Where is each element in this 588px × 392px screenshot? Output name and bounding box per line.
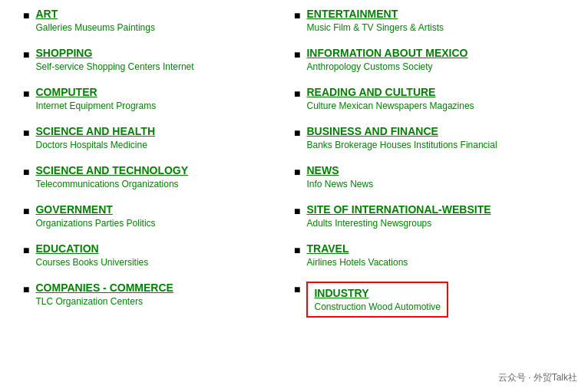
link-reading-culture-0[interactable]: Culture Mexican [306, 100, 373, 111]
link-education-2[interactable]: Universities [101, 257, 148, 268]
category-content-computer: COMPUTERInternet Equipment Programs [35, 86, 156, 111]
category-title-government[interactable]: GOVERNMENT [35, 203, 155, 216]
category-title-travel[interactable]: TRAVEL [306, 242, 408, 255]
bullet-icon: ■ [23, 166, 29, 178]
link-science-technology-0[interactable]: Telecommunications [35, 179, 119, 189]
category-title-art[interactable]: ART [35, 8, 154, 20]
bullet-icon: ■ [294, 283, 300, 295]
link-news-2[interactable]: News [350, 179, 373, 189]
link-international-website-2[interactable]: Newsgroups [381, 218, 432, 229]
category-title-science-health[interactable]: SCIENCE AND HEALTH [35, 125, 155, 137]
link-travel-1[interactable]: Hotels [339, 257, 365, 268]
bullet-icon: ■ [294, 205, 300, 217]
category-links-entertainment: Music Film & TV Singers & Artists [306, 22, 444, 33]
category-links-international-website: Adults Interesting Newsgroups [306, 218, 491, 229]
bullet-icon: ■ [23, 244, 29, 256]
link-art-1[interactable]: Museums [74, 22, 114, 33]
link-computer-0[interactable]: Internet Equipment [35, 100, 113, 111]
link-information-mexico-0[interactable]: Anthropology [306, 61, 361, 72]
link-shopping-1[interactable]: Shopping Centers [87, 61, 160, 72]
category-content-travel: TRAVELAirlines Hotels Vacations [306, 242, 408, 268]
link-information-mexico-1[interactable]: Customs Society [364, 61, 433, 72]
category-item-education: ■EDUCATIONCourses Books Universities [23, 242, 294, 268]
category-item-government: ■GOVERNMENTOrganizations Parties Politic… [23, 203, 294, 229]
bullet-icon: ■ [294, 48, 300, 61]
link-industry-2[interactable]: Automotive [395, 301, 441, 312]
category-content-business-finance: BUSINESS AND FINANCEBanks Brokerage Hous… [306, 125, 497, 150]
link-business-finance-0[interactable]: Banks [306, 140, 332, 150]
category-links-travel: Airlines Hotels Vacations [306, 257, 408, 268]
category-title-business-finance[interactable]: BUSINESS AND FINANCE [306, 125, 497, 137]
main-container: ■ARTGalleries Museums Paintings■SHOPPING… [0, 0, 588, 339]
link-news-1[interactable]: News [325, 179, 348, 189]
link-education-1[interactable]: Books [73, 257, 98, 268]
link-international-website-1[interactable]: Interesting [335, 218, 378, 229]
link-government-2[interactable]: Politics [127, 218, 156, 229]
category-title-industry[interactable]: INDUSTRY [314, 287, 441, 299]
category-content-science-technology: SCIENCE AND TECHNOLOGYTelecommunications… [35, 164, 188, 189]
link-travel-2[interactable]: Vacations [368, 257, 408, 268]
left-column: ■ARTGalleries Museums Paintings■SHOPPING… [23, 8, 294, 331]
category-content-international-website: SITE OF INTERNATIONAL-WEBSITEAdults Inte… [306, 203, 491, 229]
link-government-0[interactable]: Organizations [35, 218, 92, 229]
category-title-news[interactable]: NEWS [306, 164, 373, 176]
category-title-entertainment[interactable]: ENTERTAINMENT [306, 8, 444, 20]
category-title-science-technology[interactable]: SCIENCE AND TECHNOLOGY [35, 164, 188, 176]
category-title-companies[interactable]: COMPANIES - COMMERCE [35, 282, 173, 294]
category-links-science-technology: Telecommunications Organizations [35, 179, 188, 189]
link-computer-1[interactable]: Programs [116, 100, 156, 111]
link-art-0[interactable]: Galleries [35, 22, 71, 33]
link-shopping-0[interactable]: Self-service [35, 61, 84, 72]
category-title-computer[interactable]: COMPUTER [35, 86, 156, 98]
bullet-icon: ■ [23, 205, 29, 217]
category-links-reading-culture: Culture Mexican Newspapers Magazines [306, 100, 474, 111]
link-industry-0[interactable]: Construction [314, 301, 365, 312]
category-links-government: Organizations Parties Politics [35, 218, 155, 229]
link-shopping-2[interactable]: Internet [163, 61, 194, 72]
link-business-finance-2[interactable]: Institutions Financial [414, 140, 497, 150]
link-art-2[interactable]: Paintings [117, 22, 155, 33]
link-reading-culture-2[interactable]: Magazines [430, 100, 474, 111]
category-item-companies: ■COMPANIES - COMMERCETLC Organization Ce… [23, 282, 294, 307]
category-content-companies: COMPANIES - COMMERCETLC Organization Cen… [35, 282, 173, 307]
category-content-art: ARTGalleries Museums Paintings [35, 8, 154, 33]
bullet-icon: ■ [23, 87, 29, 100]
category-links-industry: Construction Wood Automotive [314, 301, 441, 312]
link-international-website-0[interactable]: Adults [306, 218, 332, 229]
link-travel-0[interactable]: Airlines [306, 257, 336, 268]
category-links-shopping: Self-service Shopping Centers Internet [35, 61, 193, 72]
bullet-icon: ■ [23, 48, 29, 61]
watermark: 云众号 · 外贸Talk社 [495, 370, 580, 386]
category-title-reading-culture[interactable]: READING AND CULTURE [306, 86, 474, 98]
link-science-health-2[interactable]: Medicine [111, 140, 147, 150]
category-title-shopping[interactable]: SHOPPING [35, 47, 193, 59]
category-title-international-website[interactable]: SITE OF INTERNATIONAL-WEBSITE [306, 203, 491, 216]
link-business-finance-1[interactable]: Brokerage Houses [335, 140, 411, 150]
link-government-1[interactable]: Parties [95, 218, 124, 229]
category-content-education: EDUCATIONCourses Books Universities [35, 242, 148, 268]
category-item-entertainment: ■ENTERTAINMENTMusic Film & TV Singers & … [294, 8, 565, 33]
link-entertainment-2[interactable]: Singers & Artists [376, 22, 444, 33]
category-links-companies: TLC Organization Centers [35, 296, 173, 307]
link-industry-1[interactable]: Wood [368, 301, 392, 312]
link-science-health-1[interactable]: Hospitals [70, 140, 107, 150]
link-entertainment-1[interactable]: Film & TV [333, 22, 373, 33]
category-links-business-finance: Banks Brokerage Houses Institutions Fina… [306, 140, 497, 150]
category-content-information-mexico: INFORMATION ABOUT MEXICOAnthropology Cus… [306, 47, 467, 72]
link-news-0[interactable]: Info [306, 179, 322, 189]
link-companies-0[interactable]: TLC [35, 296, 53, 307]
category-item-news: ■NEWSInfo News News [294, 164, 565, 189]
link-education-0[interactable]: Courses [35, 257, 70, 268]
bullet-icon: ■ [294, 166, 300, 178]
link-entertainment-0[interactable]: Music [306, 22, 330, 33]
category-title-information-mexico[interactable]: INFORMATION ABOUT MEXICO [306, 47, 467, 59]
link-reading-culture-1[interactable]: Newspapers [376, 100, 428, 111]
category-title-education[interactable]: EDUCATION [35, 242, 148, 255]
category-item-art: ■ARTGalleries Museums Paintings [23, 8, 294, 33]
link-companies-1[interactable]: Organization Centers [55, 296, 142, 307]
link-science-technology-1[interactable]: Organizations [122, 179, 179, 189]
category-item-international-website: ■SITE OF INTERNATIONAL-WEBSITEAdults Int… [294, 203, 565, 229]
category-item-travel: ■TRAVELAirlines Hotels Vacations [294, 242, 565, 268]
link-science-health-0[interactable]: Doctors [35, 140, 67, 150]
category-item-science-technology: ■SCIENCE AND TECHNOLOGYTelecommunication… [23, 164, 294, 189]
